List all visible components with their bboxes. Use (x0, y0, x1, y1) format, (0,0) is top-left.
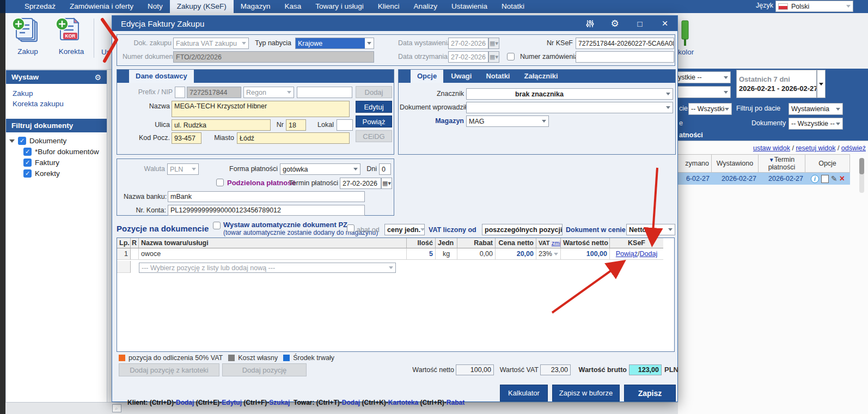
dodaj-button[interactable]: Dodaj (356, 86, 392, 98)
right-filter-top-select[interactable]: ystkie -- (675, 71, 731, 83)
row-cell-termin[interactable]: 2026-02-27 (759, 173, 805, 185)
close-icon[interactable]: × (659, 18, 671, 29)
ksef-powiaz-link[interactable]: Powiąż (616, 250, 638, 258)
menu-magazyn[interactable]: Magazyn (234, 0, 278, 13)
menu-ustawienia[interactable]: Ustawienia (444, 0, 494, 13)
data-otrzymania-checkbox[interactable] (507, 53, 515, 60)
vat-liczony-select[interactable]: poszczególnych pozycji (482, 224, 563, 235)
miasto-input[interactable]: Łódź (237, 132, 350, 144)
tab-opcje[interactable]: Opcje (411, 70, 443, 83)
filtruj-po-dacie-select[interactable]: Wystawienia (788, 103, 843, 115)
checkbox-dokumenty[interactable]: ✓ (18, 137, 26, 145)
data-wystawienia-input[interactable]: 27-02-2026 (448, 38, 488, 49)
znacznik-select[interactable]: brak znacznika (466, 88, 673, 100)
maximize-icon[interactable]: □ (634, 18, 646, 29)
tree-node-faktury[interactable]: ✓ Faktury (23, 159, 103, 167)
powiaz-button[interactable]: Powiąż (356, 115, 392, 127)
checkbox-faktury[interactable]: ✓ (23, 159, 32, 167)
tab-uwagi[interactable]: Uwagi (444, 70, 478, 83)
filter-sliders-icon[interactable] (584, 18, 596, 29)
nr-konta-input[interactable]: PL129999999990000123456789012 (168, 205, 365, 216)
shortcut-dodaj-klient[interactable]: Dodaj (176, 399, 194, 406)
resetuj-widok-link[interactable]: resetuj widok (796, 144, 835, 152)
termin-platnosci-input[interactable]: 27-02-2026 (340, 178, 381, 189)
menu-zakupy-ksef[interactable]: Zakupy (KSeF) (170, 0, 234, 13)
info-icon[interactable]: i (811, 175, 819, 183)
typ-nabycia-select[interactable]: Krajowe (295, 38, 374, 49)
kalkulator-button[interactable]: Kalkulator (500, 385, 548, 401)
zapisz-button[interactable]: Zapisz (624, 385, 676, 401)
date-range-dropdown-button[interactable] (817, 70, 826, 98)
vat-zmien-link[interactable]: zmień (552, 240, 561, 246)
menu-zamowienia[interactable]: Zamówienia i oferty (63, 0, 140, 13)
right-filter-second-select[interactable] (675, 86, 731, 98)
sidebar-link-zakup[interactable]: Zakup (6, 88, 107, 99)
ulica-input[interactable]: ul. Rudzka (172, 119, 271, 131)
rabat-od-checkbox[interactable] (347, 224, 354, 232)
language-select[interactable]: Polski (775, 1, 853, 12)
tab-zalaczniki[interactable]: Załączniki (517, 70, 564, 83)
menu-noty[interactable]: Noty (140, 0, 170, 13)
delete-x-icon[interactable]: × (840, 175, 845, 182)
edytuj-button[interactable]: Edytuj (356, 101, 392, 113)
gear-icon[interactable]: ⚙ (609, 18, 621, 29)
nr-ksef-input[interactable]: 7272517844-20260227-5CA6A08000 (576, 38, 674, 49)
magazyn-select[interactable]: MAG (466, 115, 549, 127)
item-rabat[interactable]: 0,00 (457, 248, 496, 260)
nazwa-input[interactable]: MEGA-TECH Krzysztof Hibner (172, 101, 350, 117)
dodaj-pozycje-z-kartoteki-button[interactable]: Dodaj pozycję z kartoteki (119, 363, 219, 376)
shortcut-kartoteka[interactable]: Kartoteka (388, 399, 418, 406)
col-termin-platnosci[interactable]: ▼Termin płatności (759, 154, 805, 173)
forma-platnosci-select[interactable]: gotówka (280, 163, 360, 175)
col-wystawiono[interactable]: Wystawiono (712, 154, 759, 173)
chevron-expand-icon[interactable] (9, 139, 15, 143)
waluta-select[interactable]: PLN (167, 163, 199, 175)
dokument-w-cenie-select[interactable]: Netto (626, 224, 675, 235)
menu-klienci[interactable]: Klienci (371, 0, 407, 13)
menu-notatki[interactable]: Notatki (494, 0, 531, 13)
toolbar-zakup-button[interactable]: Zakup (11, 17, 45, 59)
col-opcje[interactable]: Opcje (805, 154, 850, 173)
ceidg-button[interactable]: CEiDG (356, 130, 392, 142)
zapisz-w-buforze-button[interactable]: Zapisz w buforze (552, 385, 620, 401)
numer-zamowienia-input[interactable] (576, 51, 674, 63)
menu-kasa[interactable]: Kasa (277, 0, 308, 13)
shortcut-szukaj[interactable]: Szukaj (269, 399, 290, 406)
dok-zakupu-select[interactable]: Faktura VAT zakupu (173, 38, 249, 49)
date-range-picker[interactable]: Ostatnich 7 dni 2026-02-21 - 2026-02-27 (736, 70, 817, 98)
calendar-icon[interactable]: ▦▾ (381, 178, 392, 189)
calendar-icon[interactable]: ▦▾ (488, 51, 499, 63)
ksef-dodaj-link[interactable]: Dodaj (640, 250, 658, 258)
row-cell-otrzymano[interactable]: 6-02-27 (678, 173, 712, 185)
regon-input[interactable] (297, 87, 352, 98)
tree-node-bufor[interactable]: ✓ *Bufor dokumentów (23, 148, 103, 156)
numer-dokumentu-input[interactable]: FTO/2/02/2026 (173, 51, 374, 63)
prefix-input[interactable] (175, 87, 185, 98)
calendar-icon[interactable]: ▦▾ (488, 38, 499, 49)
auto-pz-checkbox[interactable] (213, 222, 221, 229)
nr-input[interactable]: 18 (286, 119, 306, 131)
col-otrzymano[interactable]: zymano (678, 154, 712, 173)
dokument-wprowadzil-select[interactable] (466, 102, 673, 113)
odswiez-link[interactable]: odśwież (841, 144, 866, 152)
item-wartosc-netto[interactable]: 100,00 (561, 248, 610, 260)
checkbox-bufor[interactable]: ✓ (23, 148, 32, 156)
toolbar-korekta-button[interactable]: KOR Korekta (54, 17, 88, 59)
tab-dane-dostawcy[interactable]: Dane dostawcy (129, 70, 194, 83)
checkbox-korekty[interactable]: ✓ (23, 169, 32, 178)
podzielona-platnosc-checkbox[interactable] (216, 179, 224, 186)
item-vat[interactable]: 23% (536, 248, 561, 260)
toolbar-partial-item[interactable]: Us (101, 48, 111, 56)
menu-sprzedaz[interactable]: Sprzedaż (17, 0, 63, 13)
row-cell-wystawiono[interactable]: 2026-02-27 (712, 173, 759, 185)
right-filter-mid-select[interactable]: -- Wszystkie - (688, 103, 732, 115)
item-nazwa[interactable]: owoce (139, 248, 407, 260)
shortcut-dodaj-towar[interactable]: Dodaj (342, 399, 360, 406)
pencil-icon[interactable]: ✎ (831, 174, 838, 183)
nip-input[interactable]: 7272517844 (187, 87, 241, 98)
item-jedn[interactable]: kg (436, 248, 457, 260)
dni-input[interactable]: 0 (379, 163, 391, 175)
gear-icon[interactable]: ⚙ (94, 73, 101, 82)
data-otrzymania-input[interactable]: 27-02-2026 (448, 51, 488, 63)
toolbar-kolor-fragment[interactable]: kolor (678, 48, 694, 56)
